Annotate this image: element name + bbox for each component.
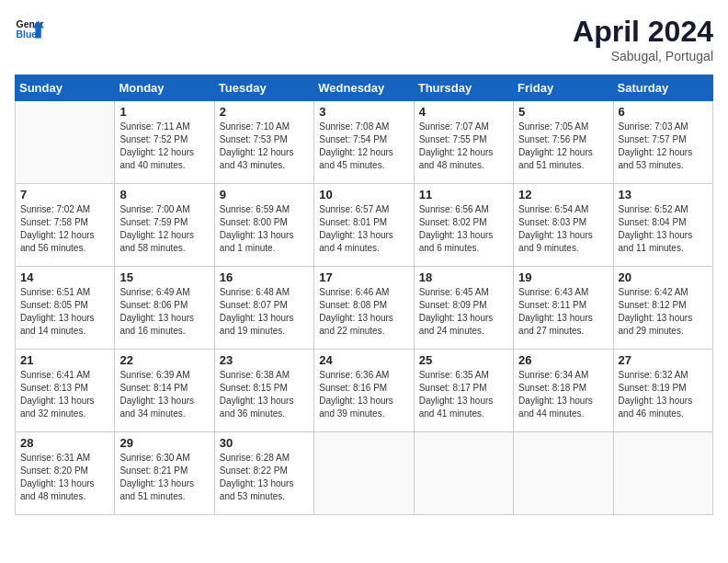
day-number: 2	[220, 105, 309, 119]
calendar-cell: 22Sunrise: 6:39 AMSunset: 8:14 PMDayligh…	[115, 350, 214, 432]
calendar-cell: 1Sunrise: 7:11 AMSunset: 7:52 PMDaylight…	[115, 101, 214, 184]
calendar-table: SundayMondayTuesdayWednesdayThursdayFrid…	[15, 75, 713, 515]
day-number: 3	[319, 105, 408, 119]
day-number: 1	[119, 105, 209, 119]
calendar-cell: 12Sunrise: 6:54 AMSunset: 8:03 PMDayligh…	[514, 184, 613, 267]
day-number: 12	[518, 188, 608, 201]
calendar-cell: 11Sunrise: 6:56 AMSunset: 8:02 PMDayligh…	[414, 184, 513, 267]
calendar-cell	[314, 432, 414, 515]
day-number: 6	[619, 105, 708, 119]
day-info: Sunrise: 6:59 AMSunset: 8:00 PMDaylight:…	[220, 203, 309, 255]
day-info: Sunrise: 6:56 AMSunset: 8:02 PMDaylight:…	[419, 203, 508, 255]
calendar-cell	[514, 432, 613, 515]
calendar-cell	[414, 432, 513, 515]
logo-icon: General Blue	[15, 15, 44, 44]
calendar-cell: 29Sunrise: 6:30 AMSunset: 8:21 PMDayligh…	[115, 432, 214, 515]
day-number: 27	[619, 353, 708, 367]
day-info: Sunrise: 7:10 AMSunset: 7:53 PMDaylight:…	[220, 121, 309, 172]
calendar-cell: 30Sunrise: 6:28 AMSunset: 8:22 PMDayligh…	[214, 432, 313, 515]
day-number: 7	[20, 188, 109, 201]
weekday-header-friday: Friday	[514, 75, 613, 101]
day-number: 20	[619, 270, 708, 284]
day-number: 9	[220, 188, 309, 201]
day-info: Sunrise: 6:43 AMSunset: 8:11 PMDaylight:…	[518, 286, 608, 338]
day-number: 19	[518, 270, 608, 284]
day-info: Sunrise: 6:34 AMSunset: 8:18 PMDaylight:…	[518, 369, 608, 420]
weekday-header-saturday: Saturday	[613, 75, 712, 101]
day-info: Sunrise: 7:05 AMSunset: 7:56 PMDaylight:…	[518, 121, 608, 172]
day-number: 8	[119, 188, 209, 201]
day-number: 11	[419, 188, 508, 201]
day-number: 26	[518, 353, 608, 367]
calendar-week-row: 7Sunrise: 7:02 AMSunset: 7:58 PMDaylight…	[16, 184, 713, 267]
day-info: Sunrise: 6:42 AMSunset: 8:12 PMDaylight:…	[619, 286, 708, 338]
day-number: 16	[220, 270, 309, 284]
svg-text:Blue: Blue	[17, 29, 38, 40]
calendar-cell: 18Sunrise: 6:45 AMSunset: 8:09 PMDayligh…	[414, 267, 513, 350]
calendar-cell: 8Sunrise: 7:00 AMSunset: 7:59 PMDaylight…	[115, 184, 214, 267]
day-info: Sunrise: 6:28 AMSunset: 8:22 PMDaylight:…	[220, 452, 309, 503]
day-info: Sunrise: 6:54 AMSunset: 8:03 PMDaylight:…	[518, 203, 608, 255]
weekday-header-monday: Monday	[115, 75, 214, 101]
day-info: Sunrise: 6:52 AMSunset: 8:04 PMDaylight:…	[619, 203, 708, 255]
day-info: Sunrise: 6:46 AMSunset: 8:08 PMDaylight:…	[319, 286, 408, 338]
location-subtitle: Sabugal, Portugal	[573, 49, 713, 63]
calendar-cell: 19Sunrise: 6:43 AMSunset: 8:11 PMDayligh…	[514, 267, 613, 350]
day-number: 15	[119, 270, 209, 284]
calendar-cell: 15Sunrise: 6:49 AMSunset: 8:06 PMDayligh…	[115, 267, 214, 350]
calendar-week-row: 21Sunrise: 6:41 AMSunset: 8:13 PMDayligh…	[16, 350, 713, 432]
day-info: Sunrise: 6:32 AMSunset: 8:19 PMDaylight:…	[619, 369, 708, 420]
day-info: Sunrise: 6:48 AMSunset: 8:07 PMDaylight:…	[220, 286, 309, 338]
calendar-cell: 3Sunrise: 7:08 AMSunset: 7:54 PMDaylight…	[314, 101, 414, 184]
day-number: 10	[319, 188, 408, 201]
day-info: Sunrise: 6:36 AMSunset: 8:16 PMDaylight:…	[319, 369, 408, 420]
calendar-cell: 21Sunrise: 6:41 AMSunset: 8:13 PMDayligh…	[16, 350, 115, 432]
day-info: Sunrise: 6:38 AMSunset: 8:15 PMDaylight:…	[220, 369, 309, 420]
calendar-cell: 25Sunrise: 6:35 AMSunset: 8:17 PMDayligh…	[414, 350, 513, 432]
day-info: Sunrise: 7:03 AMSunset: 7:57 PMDaylight:…	[619, 121, 708, 172]
calendar-cell: 6Sunrise: 7:03 AMSunset: 7:57 PMDaylight…	[613, 101, 712, 184]
day-info: Sunrise: 6:31 AMSunset: 8:20 PMDaylight:…	[20, 452, 109, 503]
day-number: 18	[419, 270, 508, 284]
calendar-week-row: 14Sunrise: 6:51 AMSunset: 8:05 PMDayligh…	[16, 267, 713, 350]
weekday-header-thursday: Thursday	[414, 75, 513, 101]
month-title: April 2024	[573, 15, 713, 49]
calendar-cell: 28Sunrise: 6:31 AMSunset: 8:20 PMDayligh…	[16, 432, 115, 515]
calendar-cell: 10Sunrise: 6:57 AMSunset: 8:01 PMDayligh…	[314, 184, 414, 267]
day-number: 24	[319, 353, 408, 367]
day-info: Sunrise: 7:02 AMSunset: 7:58 PMDaylight:…	[20, 203, 109, 255]
day-number: 29	[119, 436, 209, 450]
day-info: Sunrise: 6:41 AMSunset: 8:13 PMDaylight:…	[20, 369, 109, 420]
day-info: Sunrise: 7:07 AMSunset: 7:55 PMDaylight:…	[419, 121, 508, 172]
day-info: Sunrise: 6:49 AMSunset: 8:06 PMDaylight:…	[119, 286, 209, 338]
calendar-cell: 5Sunrise: 7:05 AMSunset: 7:56 PMDaylight…	[514, 101, 613, 184]
weekday-header-sunday: Sunday	[16, 75, 115, 101]
calendar-cell: 16Sunrise: 6:48 AMSunset: 8:07 PMDayligh…	[214, 267, 313, 350]
calendar-cell	[613, 432, 712, 515]
calendar-cell: 17Sunrise: 6:46 AMSunset: 8:08 PMDayligh…	[314, 267, 414, 350]
day-number: 17	[319, 270, 408, 284]
day-info: Sunrise: 6:35 AMSunset: 8:17 PMDaylight:…	[419, 369, 508, 420]
day-info: Sunrise: 7:00 AMSunset: 7:59 PMDaylight:…	[119, 203, 209, 255]
calendar-cell: 23Sunrise: 6:38 AMSunset: 8:15 PMDayligh…	[214, 350, 313, 432]
calendar-week-row: 28Sunrise: 6:31 AMSunset: 8:20 PMDayligh…	[16, 432, 713, 515]
calendar-cell: 26Sunrise: 6:34 AMSunset: 8:18 PMDayligh…	[514, 350, 613, 432]
calendar-cell: 9Sunrise: 6:59 AMSunset: 8:00 PMDaylight…	[214, 184, 313, 267]
calendar-cell: 20Sunrise: 6:42 AMSunset: 8:12 PMDayligh…	[613, 267, 712, 350]
calendar-cell: 24Sunrise: 6:36 AMSunset: 8:16 PMDayligh…	[314, 350, 414, 432]
day-number: 28	[20, 436, 109, 450]
calendar-cell: 27Sunrise: 6:32 AMSunset: 8:19 PMDayligh…	[613, 350, 712, 432]
calendar-week-row: 1Sunrise: 7:11 AMSunset: 7:52 PMDaylight…	[16, 101, 713, 184]
day-number: 22	[119, 353, 209, 367]
calendar-cell: 2Sunrise: 7:10 AMSunset: 7:53 PMDaylight…	[214, 101, 313, 184]
day-info: Sunrise: 6:57 AMSunset: 8:01 PMDaylight:…	[319, 203, 408, 255]
weekday-header-wednesday: Wednesday	[314, 75, 414, 101]
day-info: Sunrise: 7:11 AMSunset: 7:52 PMDaylight:…	[119, 121, 209, 172]
day-number: 13	[619, 188, 708, 201]
calendar-cell: 14Sunrise: 6:51 AMSunset: 8:05 PMDayligh…	[16, 267, 115, 350]
day-info: Sunrise: 6:45 AMSunset: 8:09 PMDaylight:…	[419, 286, 508, 338]
weekday-header-tuesday: Tuesday	[214, 75, 313, 101]
day-info: Sunrise: 6:30 AMSunset: 8:21 PMDaylight:…	[119, 452, 209, 503]
day-number: 23	[220, 353, 309, 367]
calendar-cell: 7Sunrise: 7:02 AMSunset: 7:58 PMDaylight…	[16, 184, 115, 267]
